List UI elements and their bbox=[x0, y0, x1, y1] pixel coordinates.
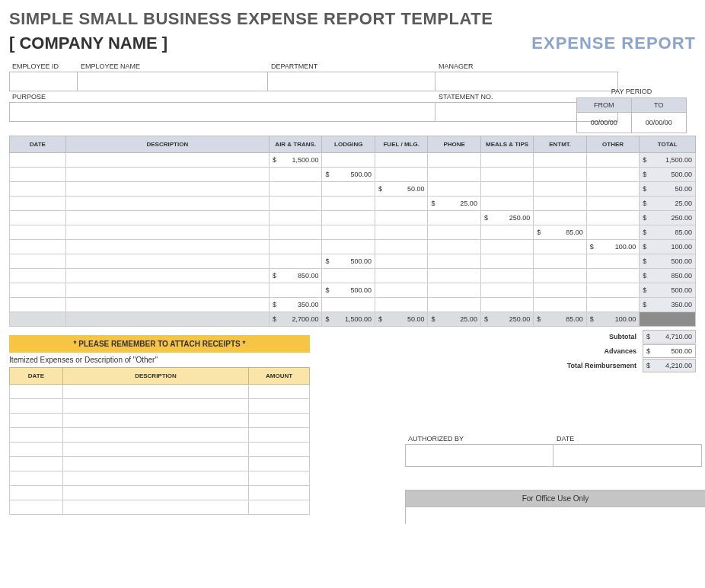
cell-date[interactable] bbox=[10, 283, 66, 298]
cell-meals[interactable] bbox=[480, 298, 533, 312]
cell-entmt[interactable] bbox=[534, 182, 586, 197]
purpose-input[interactable] bbox=[9, 102, 435, 122]
cell-description[interactable] bbox=[65, 254, 269, 269]
cell-lodging[interactable]: $500.00 bbox=[322, 283, 375, 298]
cell-description[interactable] bbox=[65, 298, 269, 312]
cell-phone[interactable] bbox=[428, 211, 480, 225]
cell-lodging[interactable] bbox=[322, 298, 375, 312]
cell-date[interactable] bbox=[10, 298, 66, 312]
cell-entmt[interactable] bbox=[534, 240, 586, 254]
cell-air[interactable] bbox=[270, 197, 322, 211]
itemized-cell[interactable] bbox=[62, 428, 248, 443]
cell-lodging[interactable] bbox=[322, 153, 375, 168]
cell-other[interactable] bbox=[586, 153, 639, 168]
cell-other[interactable] bbox=[586, 283, 639, 298]
cell-phone[interactable] bbox=[428, 283, 480, 298]
cell-other[interactable] bbox=[586, 197, 639, 211]
itemized-cell[interactable] bbox=[10, 414, 63, 428]
cell-description[interactable] bbox=[65, 182, 269, 197]
cell-description[interactable] bbox=[65, 197, 269, 211]
itemized-cell[interactable] bbox=[10, 385, 63, 399]
cell-air[interactable]: $850.00 bbox=[270, 269, 322, 283]
cell-meals[interactable] bbox=[480, 168, 533, 182]
itemized-cell[interactable] bbox=[249, 443, 310, 457]
office-use-area[interactable] bbox=[405, 507, 705, 524]
cell-entmt[interactable] bbox=[534, 211, 586, 225]
itemized-cell[interactable] bbox=[62, 500, 248, 515]
cell-description[interactable] bbox=[65, 240, 269, 254]
cell-date[interactable] bbox=[10, 211, 66, 225]
cell-other[interactable] bbox=[586, 211, 639, 225]
itemized-cell[interactable] bbox=[62, 457, 248, 471]
cell-description[interactable] bbox=[65, 211, 269, 225]
cell-other[interactable] bbox=[586, 168, 639, 182]
itemized-cell[interactable] bbox=[249, 457, 310, 471]
cell-fuel[interactable] bbox=[375, 168, 427, 182]
cell-other[interactable] bbox=[586, 182, 639, 197]
cell-date[interactable] bbox=[10, 225, 66, 240]
cell-fuel[interactable] bbox=[375, 153, 427, 168]
cell-meals[interactable] bbox=[480, 197, 533, 211]
cell-phone[interactable] bbox=[428, 153, 480, 168]
cell-date[interactable] bbox=[10, 269, 66, 283]
cell-lodging[interactable]: $500.00 bbox=[322, 254, 375, 269]
cell-fuel[interactable] bbox=[375, 254, 427, 269]
cell-entmt[interactable] bbox=[534, 269, 586, 283]
cell-meals[interactable] bbox=[480, 254, 533, 269]
itemized-cell[interactable] bbox=[62, 486, 248, 500]
auth-date-input[interactable] bbox=[553, 444, 702, 467]
cell-other[interactable] bbox=[586, 254, 639, 269]
itemized-cell[interactable] bbox=[62, 443, 248, 457]
cell-description[interactable] bbox=[65, 283, 269, 298]
cell-other[interactable] bbox=[586, 298, 639, 312]
cell-description[interactable] bbox=[65, 168, 269, 182]
cell-entmt[interactable]: $85.00 bbox=[534, 225, 586, 240]
itemized-cell[interactable] bbox=[62, 385, 248, 399]
itemized-cell[interactable] bbox=[249, 486, 310, 500]
cell-fuel[interactable] bbox=[375, 269, 427, 283]
itemized-cell[interactable] bbox=[249, 414, 310, 428]
cell-meals[interactable] bbox=[480, 225, 533, 240]
cell-fuel[interactable] bbox=[375, 197, 427, 211]
cell-air[interactable] bbox=[270, 225, 322, 240]
cell-date[interactable] bbox=[10, 168, 66, 182]
cell-other[interactable] bbox=[586, 225, 639, 240]
itemized-cell[interactable] bbox=[10, 500, 63, 515]
cell-air[interactable]: $350.00 bbox=[270, 298, 322, 312]
cell-description[interactable] bbox=[65, 153, 269, 168]
cell-date[interactable] bbox=[10, 197, 66, 211]
cell-air[interactable] bbox=[270, 182, 322, 197]
itemized-cell[interactable] bbox=[62, 471, 248, 486]
cell-fuel[interactable] bbox=[375, 211, 427, 225]
itemized-cell[interactable] bbox=[249, 500, 310, 515]
cell-other[interactable]: $100.00 bbox=[586, 240, 639, 254]
cell-meals[interactable] bbox=[480, 283, 533, 298]
authorized-by-input[interactable] bbox=[405, 444, 553, 467]
cell-fuel[interactable] bbox=[375, 298, 427, 312]
cell-air[interactable] bbox=[270, 168, 322, 182]
itemized-cell[interactable] bbox=[249, 471, 310, 486]
cell-phone[interactable] bbox=[428, 182, 480, 197]
cell-phone[interactable] bbox=[428, 269, 480, 283]
cell-other[interactable] bbox=[586, 269, 639, 283]
itemized-cell[interactable] bbox=[10, 399, 63, 414]
cell-phone[interactable] bbox=[428, 298, 480, 312]
itemized-cell[interactable] bbox=[62, 414, 248, 428]
cell-date[interactable] bbox=[10, 153, 66, 168]
itemized-cell[interactable] bbox=[249, 399, 310, 414]
cell-air[interactable] bbox=[270, 283, 322, 298]
cell-meals[interactable] bbox=[480, 182, 533, 197]
cell-lodging[interactable] bbox=[322, 211, 375, 225]
cell-phone[interactable]: $25.00 bbox=[428, 197, 480, 211]
pay-from-value[interactable]: 00/00/00 bbox=[577, 113, 632, 133]
cell-entmt[interactable] bbox=[534, 283, 586, 298]
cell-phone[interactable] bbox=[428, 225, 480, 240]
cell-fuel[interactable] bbox=[375, 240, 427, 254]
itemized-cell[interactable] bbox=[249, 385, 310, 399]
cell-phone[interactable] bbox=[428, 240, 480, 254]
cell-date[interactable] bbox=[10, 254, 66, 269]
cell-lodging[interactable] bbox=[322, 225, 375, 240]
itemized-cell[interactable] bbox=[62, 399, 248, 414]
cell-air[interactable]: $1,500.00 bbox=[270, 153, 322, 168]
cell-fuel[interactable]: $50.00 bbox=[375, 182, 427, 197]
